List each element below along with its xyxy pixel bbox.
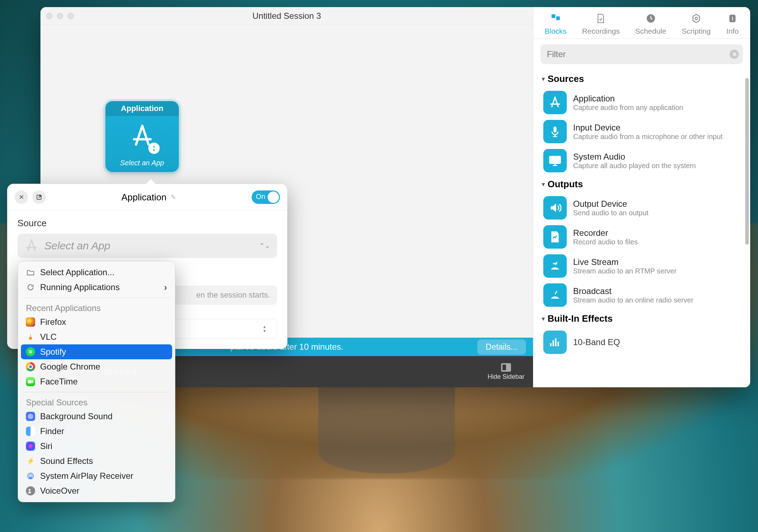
finder-icon (26, 427, 35, 436)
vlc-icon (26, 332, 35, 342)
popover-title: Application ✎ (50, 192, 247, 203)
menu-sound-effects[interactable]: ⚡ Sound Effects (18, 454, 175, 469)
svg-rect-13 (30, 336, 32, 337)
app-select-menu: Select Application... Running Applicatio… (18, 261, 175, 502)
output-live-stream[interactable]: Live Stream Stream audio to an RTMP serv… (535, 251, 749, 281)
menu-label: Sound Effects (40, 456, 93, 466)
menu-recent-header: Recent Applications (18, 301, 175, 315)
sidebar-scrollbar[interactable] (745, 78, 749, 245)
menu-label: VLC (40, 332, 57, 342)
output-recorder[interactable]: Recorder Record audio to files (535, 222, 749, 251)
background-sound-icon (26, 412, 35, 421)
satellite-icon (543, 254, 567, 278)
recordings-icon (594, 12, 607, 25)
tab-schedule[interactable]: Schedule (635, 12, 666, 35)
effect-eq[interactable]: 10-Band EQ (535, 328, 749, 357)
tab-schedule-label: Schedule (635, 27, 666, 35)
item-desc: Record audio to files (573, 238, 638, 246)
popover-arrow (145, 179, 156, 185)
spotify-icon (26, 347, 35, 356)
menu-vlc[interactable]: VLC (18, 329, 175, 344)
zoom-window-button[interactable] (67, 13, 74, 19)
menu-finder[interactable]: Finder (18, 424, 175, 439)
edit-icon[interactable]: ✎ (171, 193, 176, 201)
menu-select-application[interactable]: Select Application... (18, 265, 175, 280)
output-device[interactable]: Output Device Send audio to an output (535, 193, 749, 222)
application-block[interactable]: Application ▲▼ Select an App (105, 101, 179, 172)
menu-firefox[interactable]: Firefox (18, 315, 175, 329)
svg-rect-6 (554, 127, 557, 133)
menu-airplay[interactable]: System AirPlay Receiver (18, 469, 175, 483)
menu-voiceover[interactable]: VoiceOver (18, 483, 175, 498)
item-desc: Stream audio to an RTMP server (573, 267, 677, 275)
titlebar: Untitled Session 3 (40, 7, 533, 25)
source-system-audio[interactable]: System Audio Capture all audio played on… (535, 146, 749, 175)
minimize-window-button[interactable] (57, 13, 63, 19)
menu-siri[interactable]: Siri (18, 439, 175, 454)
refresh-icon (26, 283, 35, 292)
sort-badge-icon: ▲▼ (148, 143, 160, 154)
menu-spotify[interactable]: Spotify (21, 344, 172, 359)
svg-rect-1 (556, 16, 560, 20)
tab-scripting[interactable]: Scripting (682, 12, 711, 35)
menu-label: Siri (40, 441, 53, 451)
section-outputs-header[interactable]: Outputs (535, 175, 749, 193)
source-input-device[interactable]: Input Device Capture audio from a microp… (535, 117, 749, 146)
block-body: ▲▼ (105, 116, 179, 156)
tab-recordings[interactable]: Recordings (582, 12, 620, 35)
section-sources-header[interactable]: Sources (535, 70, 749, 88)
sidebar-toggle-icon (501, 363, 511, 372)
item-title: System Audio (573, 152, 696, 162)
voiceover-icon (26, 486, 35, 495)
menu-label: Finder (40, 426, 64, 436)
app-select-field[interactable]: Select an App ⌃⌄ (17, 234, 277, 258)
close-popover-button[interactable]: ✕ (15, 190, 28, 204)
sidebar-content[interactable]: Sources Application Capture audio from a… (533, 70, 750, 387)
chrome-icon (26, 362, 35, 371)
sidebar-tabs: Blocks Recordings Schedule Scripting (533, 7, 750, 39)
popout-button[interactable] (32, 190, 46, 204)
airplay-icon (26, 471, 35, 481)
menu-separator (23, 298, 170, 298)
microphone-icon (543, 120, 567, 143)
toggle-knob (268, 192, 279, 203)
eq-icon (543, 331, 567, 354)
output-broadcast[interactable]: Broadcast Stream audio to an online radi… (535, 281, 749, 310)
svg-rect-10 (555, 338, 556, 346)
svg-point-16 (28, 414, 33, 419)
menu-running-applications[interactable]: Running Applications (18, 280, 175, 295)
svg-point-19 (29, 489, 31, 491)
tab-scripting-label: Scripting (682, 27, 711, 35)
menu-separator (23, 392, 170, 392)
siri-icon (26, 442, 35, 451)
tab-blocks[interactable]: Blocks (545, 12, 567, 35)
details-button[interactable]: Details... (477, 339, 526, 355)
clear-filter-button[interactable]: ✕ (730, 50, 739, 59)
tab-recordings-label: Recordings (582, 27, 620, 35)
svg-rect-0 (551, 14, 555, 18)
menu-label: Firefox (40, 317, 66, 327)
enable-toggle[interactable]: On (252, 190, 280, 204)
source-application[interactable]: Application Capture audio from any appli… (535, 88, 749, 117)
chevron-updown-icon: ⌃⌄ (259, 242, 270, 250)
svg-point-15 (29, 415, 31, 417)
facetime-icon (26, 377, 35, 386)
toggle-label: On (256, 193, 265, 201)
section-effects-header[interactable]: Built-In Effects (535, 310, 749, 328)
menu-label: Running Applications (40, 282, 120, 292)
item-title: Broadcast (573, 286, 693, 296)
menu-background-sound[interactable]: Background Sound (18, 409, 175, 424)
schedule-icon (644, 12, 657, 25)
tab-info[interactable]: i Info (726, 12, 739, 35)
menu-label: Spotify (40, 347, 66, 357)
item-desc: Stream audio to an online radio server (573, 296, 693, 304)
filter-input[interactable] (540, 44, 743, 64)
menu-chrome[interactable]: Google Chrome (18, 359, 175, 374)
hide-sidebar-button[interactable]: Hide Sidebar (488, 363, 524, 381)
hide-sidebar-label: Hide Sidebar (488, 373, 524, 381)
menu-facetime[interactable]: FaceTime (18, 374, 175, 389)
application-icon (543, 91, 567, 114)
menu-label: Select Application... (40, 267, 114, 277)
file-icon (543, 225, 567, 249)
close-window-button[interactable] (46, 13, 53, 19)
